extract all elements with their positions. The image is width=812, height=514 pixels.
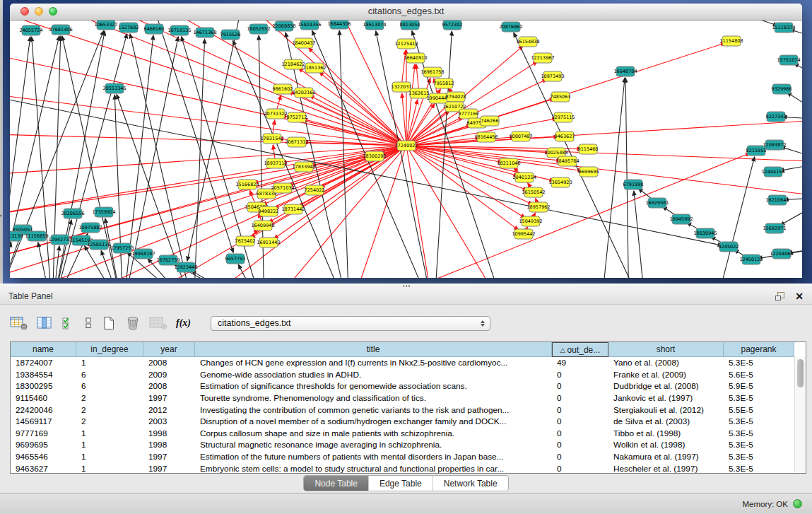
column-header-in_degree[interactable]: in_degree — [76, 342, 143, 357]
graph-node[interactable]: 16409948 — [251, 221, 274, 230]
citation-edge-black[interactable] — [710, 21, 778, 25]
citation-edge-black[interactable] — [787, 93, 802, 119]
citation-edge-red[interactable] — [308, 47, 406, 146]
graph-node[interactable]: 10807487 — [509, 132, 532, 141]
window-titlebar[interactable]: citations_edges.txt — [10, 4, 802, 21]
table-row[interactable]: 946554611997Estimation of the future num… — [11, 451, 806, 463]
graph-node[interactable]: 19958187 — [131, 249, 155, 259]
citation-edge-black[interactable] — [781, 147, 802, 162]
graph-node[interactable]: 8813054 — [400, 21, 420, 30]
graph-node[interactable]: 18400437 — [292, 38, 315, 48]
graph-node[interactable]: 20671312 — [285, 137, 308, 147]
graph-node[interactable]: 12505135 — [87, 240, 110, 250]
table-row[interactable]: 911546021997Tourette syndrome. Phenomeno… — [11, 392, 806, 404]
close-window-button[interactable] — [20, 7, 29, 16]
column-header-title[interactable]: title — [195, 342, 552, 357]
column-header-pagerank[interactable]: pagerank — [724, 342, 794, 357]
citation-edge-black[interactable] — [625, 78, 629, 278]
tab-node-table[interactable]: Node Table — [304, 476, 369, 491]
graph-node[interactable]: 21851362 — [302, 63, 326, 73]
graph-node[interactable]: 18052552 — [247, 24, 270, 34]
citation-edge-black[interactable] — [601, 78, 625, 278]
graph-node[interactable]: 10945992 — [669, 214, 693, 224]
graph-node[interactable]: 9498222 — [259, 206, 279, 216]
graph-node[interactable]: 1527602 — [119, 23, 139, 33]
graph-node[interactable]: 17833942 — [292, 162, 315, 172]
graph-node[interactable]: 12213967 — [531, 53, 554, 63]
table-select-dropdown[interactable]: citations_edges.txt — [211, 316, 490, 331]
graph-node[interactable]: 20876862 — [499, 22, 522, 32]
panel-collapse-handle[interactable]: ▸ — [0, 212, 2, 218]
graph-node[interactable]: 18495784 — [555, 156, 579, 166]
graph-node[interactable]: 16929581 — [645, 198, 669, 208]
graph-node[interactable]: 12975115 — [551, 112, 575, 122]
table-row[interactable]: 969969511998Structural magnetic resonanc… — [11, 439, 806, 451]
tab-edge-table[interactable]: Edge Table — [369, 476, 433, 491]
graph-node[interactable]: 16154838 — [516, 37, 539, 47]
citation-edge-black[interactable] — [794, 64, 802, 84]
table-row[interactable]: 1456911722003Disruption of a novel membe… — [11, 416, 806, 428]
graph-node[interactable]: 10653327 — [94, 21, 117, 30]
column-header-year[interactable]: year — [143, 342, 195, 357]
graph-node[interactable]: 12923448 — [174, 262, 197, 272]
graph-node[interactable]: 15118374 — [772, 23, 795, 33]
show-columns-button[interactable] — [36, 316, 53, 330]
graph-node[interactable]: 18613074 — [363, 21, 386, 30]
citation-edge-red[interactable] — [406, 100, 418, 146]
graph-node[interactable]: 9245022 — [719, 242, 739, 252]
graph-node[interactable]: 15049392 — [519, 216, 542, 226]
graph-node[interactable]: 12125413 — [394, 39, 418, 49]
graph-node[interactable]: 16911443 — [257, 238, 280, 247]
graph-node[interactable]: 15692971 — [763, 223, 786, 233]
graph-node[interactable]: 9463627 — [555, 132, 575, 141]
graph-node[interactable]: 27691406 — [49, 25, 72, 35]
network-canvas[interactable]: 2405572427691406106533271527602646616010… — [10, 21, 802, 278]
column-header-name[interactable]: name — [11, 342, 76, 357]
graph-node[interactable]: 16640910 — [404, 53, 427, 63]
graph-node[interactable]: 18300295 — [363, 151, 386, 161]
table-row[interactable]: 946362711997Embryonic stem cells: a mode… — [11, 462, 806, 474]
row-select-button[interactable] — [61, 316, 76, 330]
graph-node[interactable]: 24055724 — [19, 25, 42, 35]
graph-node[interactable]: 9329966 — [772, 84, 792, 94]
graph-node[interactable]: 16782759 — [156, 255, 180, 265]
memory-status-indicator[interactable] — [793, 499, 802, 508]
citation-edge-black[interactable] — [151, 21, 233, 252]
column-header-short[interactable]: short — [608, 342, 724, 357]
graph-node[interactable]: 3913139 — [10, 231, 23, 241]
graph-node[interactable]: 9861602 — [273, 84, 293, 94]
graph-node[interactable]: 18211046 — [497, 158, 520, 168]
graph-node[interactable]: 20553346 — [102, 83, 126, 93]
graph-node[interactable]: 16844306 — [327, 21, 351, 29]
graph-node[interactable]: 10975887 — [78, 223, 102, 233]
graph-node[interactable]: 17957253 — [110, 243, 134, 253]
citation-edge-red[interactable] — [406, 146, 525, 218]
citation-edge-black[interactable] — [38, 243, 52, 278]
graph-node[interactable]: 16150542 — [522, 187, 545, 197]
table-row[interactable]: 977716911998Corpus callosum shape and si… — [11, 428, 806, 440]
float-panel-icon[interactable] — [775, 291, 785, 301]
new-table-button[interactable] — [101, 316, 117, 330]
citation-edge-red[interactable] — [10, 158, 368, 278]
table-settings-button[interactable] — [10, 316, 28, 330]
table-row[interactable]: 1872400712008Changes of HCN gene express… — [11, 357, 806, 369]
graph-node[interactable]: 15751074 — [777, 55, 800, 65]
merge-rows-button[interactable] — [84, 316, 93, 330]
graph-node[interactable]: 22068838 — [272, 21, 295, 31]
graph-node[interactable]: 20401254 — [512, 173, 536, 182]
zoom-window-button[interactable] — [49, 7, 57, 16]
citation-edge-black[interactable] — [123, 35, 153, 278]
graph-node[interactable]: 20571034 — [271, 183, 294, 193]
graph-node[interactable]: 7625402 — [235, 236, 256, 246]
graph-node[interactable]: 10719135 — [167, 25, 191, 35]
citation-edge-black[interactable] — [634, 191, 646, 278]
graph-node[interactable]: 18164456 — [474, 132, 498, 142]
graph-node[interactable]: 17240027 — [394, 141, 418, 151]
graph-node[interactable]: 18937112 — [264, 158, 287, 168]
graph-node[interactable]: 8794028 — [446, 92, 466, 102]
table-row[interactable]: 1830029562008Estimation of significance … — [11, 380, 806, 392]
graph-node[interactable]: 12450122 — [739, 255, 763, 264]
graph-node[interactable]: 7254022 — [305, 185, 325, 195]
graph-node[interactable]: 9699695 — [579, 167, 599, 177]
graph-node[interactable]: 9777169 — [459, 109, 479, 119]
